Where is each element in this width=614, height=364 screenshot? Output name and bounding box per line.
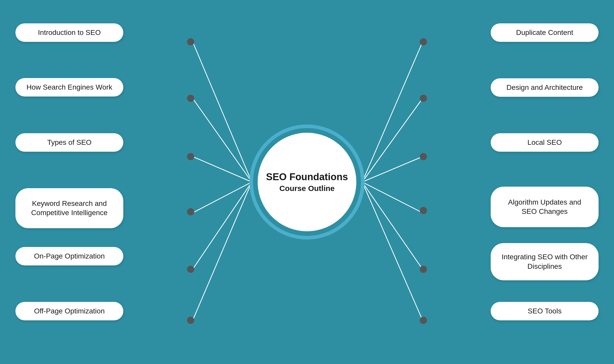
node-offpage[interactable]: Off-Page Optimization [15,302,123,320]
center-title: SEO Foundations [266,171,348,183]
dot-algorithm-updates [420,207,427,214]
svg-line-9 [362,182,423,213]
dot-local-seo [420,153,427,160]
node-how-search[interactable]: How Search Engines Work [15,78,123,97]
dot-keyword-research [187,208,194,215]
svg-line-5 [193,182,252,320]
svg-line-0 [193,42,252,182]
dot-duplicate-content [420,38,427,45]
svg-line-11 [362,182,423,320]
svg-line-1 [193,98,252,182]
svg-line-2 [193,157,252,182]
node-intro-seo[interactable]: Introduction to SEO [15,23,123,42]
node-algorithm-updates[interactable]: Algorithm Updates and SEO Changes [491,187,599,227]
dot-seo-tools [420,317,427,324]
svg-line-4 [193,182,252,269]
node-seo-tools[interactable]: SEO Tools [491,302,599,320]
center-subtitle: Course Outline [279,184,334,193]
svg-line-3 [193,182,252,213]
dot-intro-seo [187,38,194,45]
svg-line-8 [362,157,423,182]
svg-line-6 [362,42,423,182]
node-local-seo[interactable]: Local SEO [491,133,599,152]
dot-integrating-seo [420,266,427,273]
dot-offpage [187,317,194,324]
dot-how-search [187,95,194,102]
svg-line-10 [362,182,423,269]
diagram-container: SEO Foundations Course Outline Introduct… [0,0,614,364]
node-types-seo[interactable]: Types of SEO [15,133,123,152]
node-duplicate-content[interactable]: Duplicate Content [491,23,599,42]
node-design-arch[interactable]: Design and Architecture [491,78,599,97]
node-keyword-research[interactable]: Keyword Research and Competitive Intelli… [15,188,123,228]
dot-onpage [187,266,194,273]
dot-types-seo [187,153,194,160]
svg-line-7 [362,98,423,182]
node-integrating-seo[interactable]: Integrating SEO with Other Disciplines [491,243,599,280]
center-node: SEO Foundations Course Outline [253,128,361,236]
node-onpage[interactable]: On-Page Optimization [15,247,123,265]
dot-design-arch [420,95,427,102]
